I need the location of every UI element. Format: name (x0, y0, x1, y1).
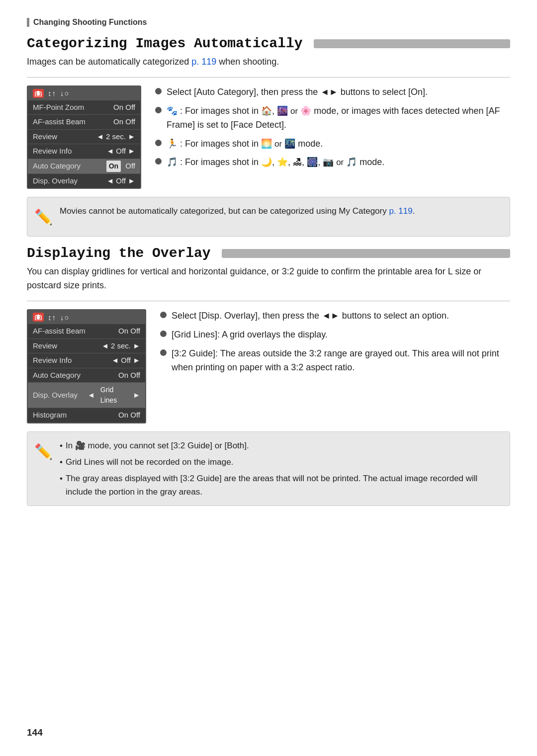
bullet2-2: [Grid Lines]: A grid overlays the displa… (160, 328, 510, 342)
menu-row-review2: Review ◄ 2 sec. ► (28, 339, 145, 354)
note-box-1: ✏️ Movies cannot be automatically catego… (27, 197, 510, 237)
section2-content: ↕↑ ↓○ AF-assist Beam On Off Review ◄ 2 s… (27, 309, 510, 423)
menu-header-2: ↕↑ ↓○ (28, 310, 145, 324)
divider1 (27, 77, 510, 78)
bullet2-1: Select [Disp. Overlay], then press the ◄… (160, 309, 510, 323)
menu-header-icon5: ↓○ (60, 313, 70, 322)
breadcrumb: Changing Shooting Functions (27, 18, 510, 27)
bullet-dot (155, 158, 162, 165)
menu-header-icon4: ↕↑ (48, 313, 56, 322)
bullet1-3: 🏃 : For images shot in 🌅 or 🌃 mode. (155, 137, 510, 151)
svg-rect-2 (37, 91, 40, 92)
section2-title: Displaying the Overlay (27, 246, 510, 261)
pencil-icon: ✏️ (34, 205, 53, 229)
bullet-dot (160, 331, 167, 337)
camera-icon-2 (33, 313, 44, 322)
menu-row-histogram: Histogram On Off (28, 408, 145, 422)
section2-intro: You can display gridlines for vertical a… (27, 265, 510, 293)
section2-title-bar (222, 249, 510, 258)
menu-row-autocategory: Auto Category On Off (28, 159, 140, 174)
menu-row-dispoverlay1: Disp. Overlay ◄ Off ► (28, 174, 140, 188)
section2-bullets: Select [Disp. Overlay], then press the ◄… (160, 309, 510, 375)
menu-box-1: ↕↑ ↓○ MF-Point Zoom On Off AF-assist Bea… (27, 85, 141, 189)
section1-title: Categorizing Images Automatically (27, 36, 510, 51)
section1-intro-link[interactable]: p. 119 (191, 57, 216, 67)
bullet-dot (160, 349, 167, 356)
menu-header-icon2: ↕↑ (48, 89, 56, 97)
note-text-2: • In 🎥 mode, you cannot set [3:2 Guide] … (60, 439, 501, 499)
page-number: 144 (27, 727, 43, 738)
svg-point-0 (37, 92, 40, 95)
bullet2-3: [3:2 Guide]: The areas outside the 3:2 r… (160, 347, 510, 375)
section1-intro: Images can be automatically categorized … (27, 55, 510, 69)
svg-rect-5 (37, 315, 40, 316)
menu-row-dispoverlay2: Disp. Overlay ◄Grid Lines ► (28, 383, 145, 408)
menu-row-reviewinfo: Review Info ◄ Off ► (28, 144, 140, 159)
page: Changing Shooting Functions Categorizing… (0, 0, 537, 756)
menu-row-review: Review ◄ 2 sec. ► (28, 130, 140, 145)
bullet-dot (155, 88, 162, 94)
note-link-1[interactable]: p. 119 (389, 206, 412, 216)
section1-content: ↕↑ ↓○ MF-Point Zoom On Off AF-assist Bea… (27, 85, 510, 189)
bullet-dot (155, 107, 162, 113)
bullet1-4: 🎵 : For images shot in 🌙, ⭐, 🏖, 🎆, 📷 or … (155, 156, 510, 169)
bullet-dot (160, 312, 167, 318)
menu-header-1: ↕↑ ↓○ (28, 86, 140, 100)
note-box-2: ✏️ • In 🎥 mode, you cannot set [3:2 Guid… (27, 431, 510, 506)
bullet-dot (155, 140, 162, 146)
menu-row-mfzoom: MF-Point Zoom On Off (28, 100, 140, 115)
bullet1-2: 🐾 : For images shot in 🏠, 🌆 or 🌸 mode, o… (155, 104, 510, 132)
menu-row-afbeam2: AF-assist Beam On Off (28, 324, 145, 339)
section1-bullets: Select [Auto Category], then press the ◄… (155, 85, 510, 169)
camera-icon (33, 89, 44, 98)
pencil-icon-2: ✏️ (34, 440, 53, 464)
menu-row-reviewinfo2: Review Info ◄ Off ► (28, 353, 145, 368)
note-text-1: Movies cannot be automatically categoriz… (60, 204, 415, 218)
section1-title-bar (314, 39, 511, 48)
menu-row-autocategory2: Auto Category On Off (28, 368, 145, 383)
divider2 (27, 301, 510, 301)
bullet1-1: Select [Auto Category], then press the ◄… (155, 85, 510, 99)
svg-point-3 (37, 316, 40, 320)
menu-header-icon3: ↓○ (60, 89, 70, 97)
menu-box-2: ↕↑ ↓○ AF-assist Beam On Off Review ◄ 2 s… (27, 309, 146, 423)
menu-row-afbeam: AF-assist Beam On Off (28, 115, 140, 130)
